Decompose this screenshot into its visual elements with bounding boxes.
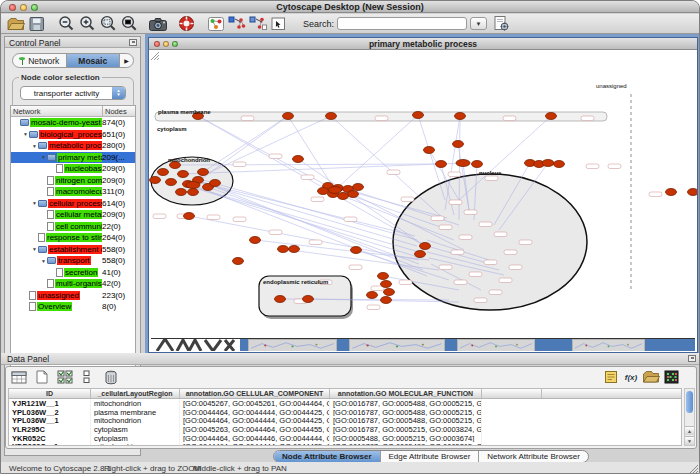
- tree-row[interactable]: ▼cellular process614(0): [11, 198, 135, 210]
- expander-icon[interactable]: ▼: [40, 258, 47, 264]
- float-data-panel-icon[interactable]: [688, 355, 696, 362]
- tree-header-network[interactable]: Network: [11, 106, 103, 116]
- table-cell[interactable]: YLR295C: [9, 425, 91, 434]
- network-canvas[interactable]: plasma membranecytoplasmmitochondrionnuc…: [149, 50, 697, 351]
- column-header[interactable]: _cellularLayoutRegion: [91, 389, 180, 398]
- tab-network-attribute-browser[interactable]: Network Attribute Browser: [479, 451, 587, 462]
- tree-row[interactable]: nitrogen compo209(0): [11, 175, 135, 187]
- table-row[interactable]: YLR295Ccytoplasm[GO:0045263, GO:0044464,…: [9, 425, 681, 434]
- node-color-dropdown[interactable]: transporter activity ▲▼: [20, 86, 126, 100]
- tab-overflow-button[interactable]: ▶: [120, 54, 133, 67]
- expander-icon[interactable]: ▼: [31, 143, 38, 149]
- table-cell[interactable]: plasma membrane: [91, 408, 180, 417]
- network-window-titlebar[interactable]: primary metabolic process: [149, 38, 697, 50]
- tab-network[interactable]: Network: [13, 54, 67, 67]
- table-cell[interactable]: cytoplasm: [91, 425, 180, 434]
- table-cell[interactable]: cytoplasm: [91, 434, 180, 443]
- function-builder-icon[interactable]: f(x): [622, 369, 640, 385]
- table-row[interactable]: YPL036W__1mitochondrion[GO:0044464, GO:0…: [9, 416, 681, 425]
- zoom-in-icon[interactable]: [76, 15, 97, 33]
- tab-edge-attribute-browser[interactable]: Edge Attribute Browser: [381, 451, 480, 462]
- table-cell[interactable]: [GO:0044464, GO:0044444, GO:0044425, G..…: [180, 442, 330, 446]
- float-panel-icon[interactable]: [129, 39, 137, 46]
- tree-row[interactable]: unassigned223(0): [11, 290, 135, 302]
- table-cell[interactable]: [GO:0016787, GO:0005488, GO:0005215, G..…: [330, 442, 482, 446]
- scroll-down-button[interactable]: ▼: [685, 436, 694, 445]
- annotation-icon[interactable]: [268, 15, 289, 33]
- table-row[interactable]: YDR039C__1mitochondrion[GO:0044464, GO:0…: [9, 442, 681, 446]
- table-row[interactable]: YPL036W__2plasma membrane[GO:0044464, GO…: [9, 408, 681, 417]
- import-attributes-icon[interactable]: [642, 369, 660, 385]
- zoom-out-icon[interactable]: [55, 15, 76, 33]
- tree-row[interactable]: ▼primary metabo209(...: [11, 152, 135, 164]
- search-dropdown-button[interactable]: ▼: [470, 17, 487, 30]
- scroll-up-button[interactable]: ▲: [685, 426, 694, 435]
- column-header[interactable]: annotation.GO MOLECULAR_FUNCTION: [330, 389, 482, 398]
- table-cell[interactable]: [GO:0044464, GO:0044444, GO:0044425, G..…: [180, 416, 330, 425]
- table-scrollbar-thumb[interactable]: [686, 391, 693, 413]
- zoom-selected-region-icon[interactable]: [97, 15, 118, 33]
- network-from-selection-icon[interactable]: [226, 15, 247, 33]
- expander-icon[interactable]: ▼: [40, 154, 47, 160]
- table-cell[interactable]: mitochondrion: [91, 442, 180, 446]
- unselect-attributes-icon[interactable]: [79, 369, 97, 385]
- search-options-icon[interactable]: [490, 15, 511, 33]
- table-cell[interactable]: YPL036W__2: [9, 408, 91, 417]
- table-cell[interactable]: [GO:0005488, GO:0005215, GO:0003674]: [330, 434, 482, 443]
- attribute-matrix-icon[interactable]: [662, 369, 680, 385]
- expander-icon[interactable]: ▼: [22, 131, 29, 137]
- tree-row[interactable]: secretion41(0): [11, 267, 135, 279]
- column-header[interactable]: ID: [9, 389, 91, 398]
- open-file-icon[interactable]: [5, 15, 26, 33]
- table-cell[interactable]: [GO:0016787, GO:0005488, GO:0005215, G..…: [330, 416, 482, 425]
- window-resize-grip[interactable]: [687, 463, 698, 474]
- save-session-icon[interactable]: [26, 15, 47, 33]
- tab-mosaic[interactable]: Mosaic: [67, 54, 121, 67]
- table-cell[interactable]: mitochondrion: [91, 416, 180, 425]
- table-cell[interactable]: [GO:0045263, GO:0044464, GO:0044455, G..…: [180, 425, 330, 434]
- attribute-table-header[interactable]: ID_cellularLayoutRegionannotation.GO CEL…: [9, 389, 681, 399]
- delete-attribute-icon[interactable]: [102, 369, 120, 385]
- tree-row[interactable]: cell communicat22(0): [11, 221, 135, 233]
- table-cell[interactable]: YJR121W__1: [9, 399, 91, 408]
- table-cell[interactable]: [GO:0045267, GO:0045261, GO:0044464, G..…: [180, 399, 330, 408]
- tree-row[interactable]: nucleobase-209(0): [11, 163, 135, 175]
- attribute-notes-icon[interactable]: [602, 369, 620, 385]
- network-graph[interactable]: [149, 50, 697, 351]
- view-resize-grip[interactable]: [149, 50, 159, 60]
- column-header[interactable]: [482, 389, 542, 398]
- tree-row[interactable]: macromolecule311(0): [11, 186, 135, 198]
- tree-row[interactable]: response to stimulu264(0): [11, 232, 135, 244]
- expander-icon[interactable]: ▼: [31, 200, 38, 206]
- table-cell[interactable]: [GO:0044464, GO:0044444, GO:0044425, G..…: [180, 408, 330, 417]
- table-cell[interactable]: YPL036W__1: [9, 416, 91, 425]
- tree-row[interactable]: cellular metabo209(0): [11, 209, 135, 221]
- create-network-icon[interactable]: [205, 15, 226, 33]
- select-all-attributes-icon[interactable]: [56, 369, 74, 385]
- tree-row[interactable]: multi-organism pro42(0): [11, 278, 135, 290]
- tree-header[interactable]: Network Nodes: [11, 106, 135, 117]
- tree-row[interactable]: ▼establishment of lo558(0): [11, 244, 135, 256]
- table-cell[interactable]: YDR039C__1: [9, 442, 91, 446]
- zoom-fit-icon[interactable]: [118, 15, 139, 33]
- table-cell[interactable]: [GO:0016787, GO:0005488, GO:0005215, G..…: [330, 408, 482, 417]
- table-cell[interactable]: YKR052C: [9, 434, 91, 443]
- tree-row[interactable]: Overview8(0): [11, 301, 135, 313]
- tree-row[interactable]: mosaic-demo-yeast874(0): [11, 117, 135, 129]
- table-cell[interactable]: [GO:0016787, GO:0005488, GO:0005215, G..…: [330, 399, 482, 408]
- table-row[interactable]: YJR121W__1mitochondrion[GO:0045267, GO:0…: [9, 399, 681, 408]
- duplicate-network-icon[interactable]: [247, 15, 268, 33]
- window-titlebar[interactable]: Cytoscape Desktop (New Session): [1, 1, 699, 13]
- tree-header-nodes[interactable]: Nodes: [103, 106, 135, 116]
- attribute-table-icon[interactable]: [10, 369, 28, 385]
- table-scrollbar[interactable]: ▲ ▼: [684, 388, 695, 446]
- tree-row[interactable]: ▼biological_process651(0): [11, 129, 135, 141]
- table-cell[interactable]: mitochondrion: [91, 399, 180, 408]
- column-header[interactable]: annotation.GO CELLULAR_COMPONENT: [180, 389, 330, 398]
- table-cell[interactable]: [GO:0016787, GO:0005215, GO:0003824, G..…: [330, 425, 482, 434]
- table-row[interactable]: YKR052Ccytoplasm[GO:0044464, GO:0044446,…: [9, 434, 681, 443]
- help-ring-icon[interactable]: [176, 15, 197, 33]
- search-input[interactable]: [337, 17, 467, 30]
- tree-row[interactable]: ▼transport558(0): [11, 255, 135, 267]
- tab-node-attribute-browser[interactable]: Node Attribute Browser: [274, 451, 381, 462]
